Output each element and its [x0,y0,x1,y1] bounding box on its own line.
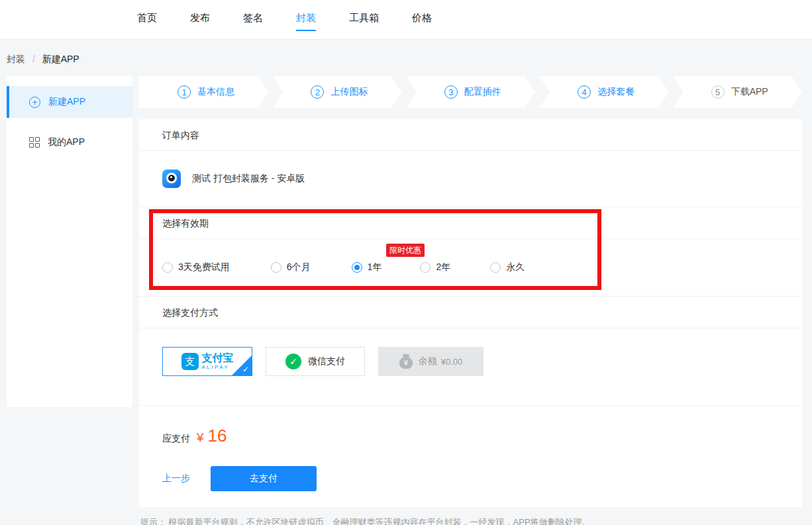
app-icon [162,169,181,188]
step-label: 选择套餐 [597,86,634,98]
limited-time-offer-badge: 限时优惠 [386,244,425,257]
validity-option-3day-trial[interactable]: 3天免费试用 [162,262,230,273]
checkout-buttons: 上一步 去支付 [162,466,779,491]
page: 首页 发布 签名 封装 工具箱 价格 封装 / 新建APP + 新建APP 我的… [0,0,812,525]
due-amount: 16 [208,426,227,446]
option-label: 1年 [368,262,382,273]
step-label: 基本信息 [197,86,234,98]
breadcrumb-separator: / [32,54,35,64]
step-basic-info: 1 基本信息 [139,76,268,108]
layout: + 新建APP 我的APP 1 基本信息 2 上传图标 [0,76,812,525]
validity-option-6-months[interactable]: 6个月 [271,262,311,273]
tab-sign[interactable]: 签名 [243,8,263,31]
go-pay-button[interactable]: 去支付 [211,466,317,491]
tab-toolbox[interactable]: 工具箱 [349,8,379,31]
step-label: 上传图标 [330,86,368,98]
checkout-section: 应支付 ¥ 16 上一步 去支付 [139,406,802,507]
option-label: 2年 [436,262,450,273]
validity-option-1-year[interactable]: 1年 [352,262,382,273]
step-label: 下载APP [731,86,768,98]
option-label: 永久 [506,262,525,273]
balance-label: 余额 [419,356,437,367]
radio-icon[interactable] [490,262,501,273]
check-icon: ✓ [242,365,249,374]
order-card: 订单内容 测试 打包封装服务 - 安卓版 选择有效期 3天免费试用 [139,119,802,507]
money-bag-icon: ¥ [399,357,413,369]
top-nav: 首页 发布 签名 封装 工具箱 价格 [0,0,812,40]
tab-publish[interactable]: 发布 [190,8,210,31]
amount-due-row: 应支付 ¥ 16 [162,426,779,446]
payment-alipay[interactable]: 支 支付宝 ALIPAY ✓ [162,347,252,376]
step-configure-plugins: 3 配置插件 [406,76,535,108]
payment-wechat[interactable]: ✓ 微信支付 [266,347,365,376]
validity-option-forever[interactable]: 永久 [490,262,525,273]
step-wizard: 1 基本信息 2 上传图标 3 配置插件 4 选择套餐 5 下载APP [139,76,802,108]
option-label: 3天免费试用 [178,262,230,273]
step-number: 4 [578,85,591,99]
validity-options: 3天免费试用 6个月 1年 2年 [139,239,802,297]
order-app-row: 测试 打包封装服务 - 安卓版 [139,151,802,207]
alipay-logo-icon: 支 [181,353,199,370]
step-number: 2 [311,85,324,99]
footer-tip: 提示： 根据最新平台规则，不允许区块链虚拟币、金融理财类等违规内容在平台封装，一… [140,516,802,525]
breadcrumb-current: 新建APP [42,54,79,64]
currency-symbol: ¥ [197,430,204,445]
grid-icon [29,137,40,148]
alipay-text: 支付宝 ALIPAY [202,353,234,370]
step-number: 5 [711,85,725,99]
wechat-pay-icon: ✓ [285,354,301,369]
tab-price[interactable]: 价格 [412,8,432,31]
step-label: 配置插件 [464,86,501,98]
validity-option-2-years[interactable]: 2年 [420,262,450,273]
step-number: 3 [444,85,458,99]
payment-balance[interactable]: ¥ 余额 ¥0.00 [378,347,483,376]
step-choose-plan: 4 选择套餐 [539,76,668,108]
main-content: 1 基本信息 2 上传图标 3 配置插件 4 选择套餐 5 下载APP [139,76,802,525]
sidebar: + 新建APP 我的APP [7,76,132,407]
alipay-sub-label: ALIPAY [202,365,234,370]
payment-methods: 支 支付宝 ALIPAY ✓ ✓ 微信支付 ¥ 余额 [139,328,802,406]
step-download-app: 5 下载APP [673,76,802,108]
tab-home[interactable]: 首页 [137,8,157,31]
radio-icon[interactable] [162,262,173,273]
app-name: 测试 打包封装服务 - 安卓版 [192,173,305,185]
balance-amount: ¥0.00 [441,357,463,367]
radio-icon[interactable] [420,262,431,273]
tab-package[interactable]: 封装 [296,8,316,31]
sidebar-item-label: 我的APP [48,136,85,148]
step-upload-icon: 2 上传图标 [272,76,401,108]
step-number: 1 [178,85,191,99]
radio-icon-selected[interactable] [352,262,362,273]
sidebar-item-label: 新建APP [48,96,85,108]
breadcrumb: 封装 / 新建APP [7,54,812,66]
plus-circle-icon: + [29,97,40,108]
payment-section-title: 选择支付方式 [139,297,802,328]
radio-icon[interactable] [271,262,281,273]
previous-step-link[interactable]: 上一步 [162,473,190,485]
sidebar-item-my-apps[interactable]: 我的APP [7,126,132,158]
wechat-label: 微信支付 [308,356,345,367]
due-label: 应支付 [162,433,190,445]
order-section-title: 订单内容 [139,119,802,151]
sidebar-item-new-app[interactable]: + 新建APP [7,86,132,118]
alipay-name: 支付宝 [202,353,234,363]
option-label: 6个月 [287,262,311,273]
validity-section-title: 选择有效期 [139,207,802,239]
breadcrumb-root[interactable]: 封装 [7,54,25,64]
